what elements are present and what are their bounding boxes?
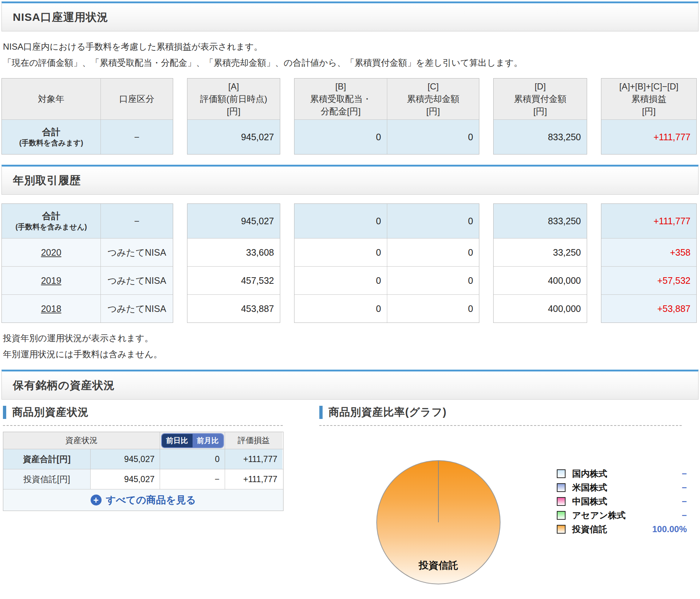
header-d: [D] 累積買付金額 [円] (494, 79, 587, 119)
see-all-products-label: すべての商品を見る (106, 493, 196, 507)
assets-panel: 商品別資産状況 資産状況 前日比 前月比 評価損益 資産合計[円] 945,02… (3, 404, 283, 511)
summary-b-value: 0 (294, 120, 387, 154)
account-type-cell: つみたてNISA (100, 267, 173, 294)
pie-slice-label: 投資信託 (377, 559, 500, 572)
year-link-2020[interactable]: 2020 (41, 247, 61, 258)
toggle-day-button[interactable]: 前日比 (162, 434, 193, 447)
holdings-body: 商品別資産状況 資産状況 前日比 前月比 評価損益 資産合計[円] 945,02… (0, 404, 700, 599)
account-type-cell: つみたてNISA (100, 239, 173, 266)
year-pl-value: +53,887 (601, 295, 696, 323)
year-c-value: 0 (387, 295, 479, 323)
ratio-panel-title: 商品別資産比率(グラフ) (328, 405, 446, 420)
year-b-value: 0 (294, 295, 387, 323)
holdings-section-header: 保有銘柄の資産状況 (1, 370, 699, 400)
legend-item-asean-stock: アセアン株式 − (557, 508, 687, 522)
see-all-products-link[interactable]: + すべての商品を見る (3, 489, 283, 511)
year-c-value: 0 (387, 239, 479, 266)
yearly-table: 合計 (手数料を含みません) − 2020 つみたてNISA 2019 つみたて… (1, 203, 700, 323)
yearly-group-bc: 0 0 0 0 0 0 0 0 (294, 203, 479, 323)
yearly-total-label-cell: 合計 (手数料を含みません) (2, 204, 100, 238)
holdings-section-title: 保有銘柄の資産状況 (13, 378, 115, 393)
diff-toggle: 前日比 前月比 (161, 433, 224, 448)
assets-fund-diff: − (160, 469, 225, 489)
divider-dashed (3, 425, 283, 426)
year-b-value: 0 (294, 239, 387, 266)
title-accent-bar (3, 406, 6, 419)
account-type-cell: つみたてNISA (100, 295, 173, 323)
header-account-type: 口座区分 (100, 79, 173, 119)
legend-item-us-stock: 米国株式 − (557, 481, 687, 495)
yearly-total-type-cell: − (100, 204, 173, 238)
assets-table-header-row: 資産状況 前日比 前月比 評価損益 (3, 432, 283, 449)
assets-fund-pl: +111,777 (225, 469, 282, 489)
legend-swatch-us-stock (557, 483, 566, 492)
year-a-value: 453,887 (187, 295, 280, 323)
yearly-total-d: 833,250 (494, 204, 587, 238)
yearly-group-year-type: 合計 (手数料を含みません) − 2020 つみたてNISA 2019 つみたて… (1, 203, 173, 323)
summary-total-type-cell: − (100, 120, 173, 154)
summary-total-label-cell: 合計 (手数料を含みます) (2, 120, 100, 154)
yearly-group-pl: +111,777 +358 +57,532 +53,887 (601, 203, 697, 323)
yearly-note-line2: 年別運用状況には手数料は含みません。 (3, 346, 697, 362)
legend-item-investment-trust: 投資信託 100.00% (557, 522, 687, 536)
table-row: 2019 つみたてNISA (2, 266, 173, 294)
pie-slice-boundary-line (438, 461, 439, 522)
assets-fund-row: 投資信託[円] 945,027 − +111,777 (3, 469, 283, 489)
summary-c-value: 0 (387, 120, 479, 154)
assets-table: 資産状況 前日比 前月比 評価損益 資産合計[円] 945,027 0 +111… (3, 432, 284, 511)
legend-swatch-investment-trust (557, 525, 566, 534)
yearly-total-a: 945,027 (187, 204, 280, 238)
yearly-notes: 投資年別の運用状況が表示されます。 年別運用状況には手数料は含みません。 (3, 330, 697, 362)
year-d-value: 400,000 (494, 295, 587, 323)
legend-swatch-domestic-stock (557, 469, 566, 478)
ratio-panel-title-row: 商品別資産比率(グラフ) (319, 404, 697, 421)
year-pl-value: +57,532 (601, 267, 696, 294)
year-c-value: 0 (387, 267, 479, 294)
assets-total-diff: 0 (160, 449, 225, 469)
nisa-section-header: NISA口座運用状況 (1, 1, 699, 31)
year-d-value: 400,000 (494, 267, 587, 294)
assets-fund-value: 945,027 (90, 469, 160, 489)
table-row: 2020 つみたてNISA (2, 238, 173, 266)
summary-d-value: 833,250 (494, 120, 587, 154)
assets-fund-label: 投資信託[円] (3, 469, 90, 489)
summary-group-pl: [A]+[B]+[C]−[D] 累積損益 [円] +111,777 (601, 78, 697, 154)
nisa-description: NISA口座内における手数料を考慮した累積損益が表示されます。 「現在の評価金額… (3, 39, 697, 71)
assets-header-status: 資産状況 (3, 432, 160, 449)
assets-total-row: 資産合計[円] 945,027 0 +111,777 (3, 449, 283, 469)
header-b: [B] 累積受取配当・ 分配金[円] (294, 79, 387, 119)
assets-header-pl: 評価損益 (225, 432, 282, 449)
summary-a-value: 945,027 (187, 120, 280, 154)
assets-header-toggle-cell: 前日比 前月比 (160, 432, 225, 449)
legend-swatch-china-stock (557, 497, 566, 506)
assets-panel-title: 商品別資産状況 (12, 405, 89, 420)
assets-total-pl: +111,777 (225, 449, 282, 469)
legend-swatch-asean-stock (557, 511, 566, 520)
yearly-total-pl: +111,777 (601, 204, 696, 238)
summary-group-bc: [B] 累積受取配当・ 分配金[円] [C] 累積売却金額 [円] 0 0 (294, 78, 479, 154)
yearly-group-d: 833,250 33,250 400,000 400,000 (493, 203, 587, 323)
toggle-month-button[interactable]: 前月比 (193, 434, 223, 447)
summary-pl-value: +111,777 (601, 120, 696, 154)
summary-group-year-type: 対象年 口座区分 合計 (手数料を含みます) − (1, 78, 173, 154)
yearly-section-header: 年別取引履歴 (1, 165, 699, 195)
yearly-section-title: 年別取引履歴 (13, 173, 81, 188)
assets-total-label: 資産合計[円] (3, 449, 90, 469)
pie-legend: 国内株式 − 米国株式 − 中国株式 − アセアン株式 − 投資信託 1 (557, 467, 687, 536)
year-link-2019[interactable]: 2019 (41, 275, 61, 286)
year-link-2018[interactable]: 2018 (41, 304, 61, 314)
ratio-panel: 商品別資産比率(グラフ) 投資信託 国内株式 − 米国株式 − 中国株式 − (319, 404, 697, 426)
assets-total-value: 945,027 (90, 449, 160, 469)
divider-dashed (319, 425, 682, 426)
legend-item-domestic-stock: 国内株式 − (557, 467, 687, 481)
year-a-value: 457,532 (187, 267, 280, 294)
table-row: 2018 つみたてNISA (2, 294, 173, 323)
header-c: [C] 累積売却金額 [円] (387, 79, 479, 119)
yearly-total-b: 0 (294, 204, 387, 238)
asset-ratio-pie-chart: 投資信託 (376, 460, 501, 584)
nisa-section-title: NISA口座運用状況 (13, 10, 109, 25)
summary-group-a: [A] 評価額(前日時点) [円] 945,027 (187, 78, 280, 154)
assets-panel-title-row: 商品別資産状況 (3, 404, 283, 421)
year-d-value: 33,250 (494, 239, 587, 266)
header-a: [A] 評価額(前日時点) [円] (187, 79, 280, 119)
